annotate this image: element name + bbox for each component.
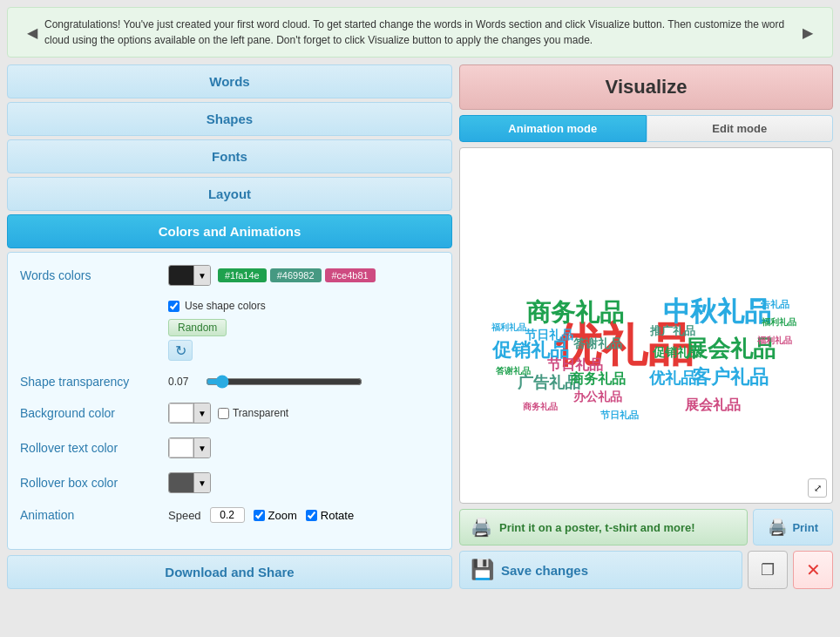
wc-word-9: 节日礼品 <box>525 328 573 342</box>
download-share-button[interactable]: Download and Share <box>7 555 452 589</box>
words-color-swatches: #1fa14e #469982 #ce4b81 <box>218 268 376 282</box>
print-poster-button[interactable]: 🖨️ Print it on a poster, t-shirt and mor… <box>459 509 748 546</box>
shape-transparency-value: 0.07 <box>168 376 199 388</box>
print-icon: 🖨️ <box>768 518 787 537</box>
rollover-text-arrow: ▼ <box>193 438 210 457</box>
next-notification-button[interactable]: ▶ <box>796 24 820 41</box>
copy-button[interactable]: ❐ <box>748 551 788 589</box>
animation-row: Animation Speed Zoom Rotate <box>20 507 439 523</box>
use-shape-colors-row: Use shape colors <box>168 300 439 312</box>
rollover-box-color-label: Rollover box color <box>20 476 168 490</box>
notification-bar: ◀ Congratulations! You've just created y… <box>7 7 833 58</box>
background-color-picker[interactable]: ▼ <box>168 403 211 424</box>
word-cloud-area: 优礼品 商务礼品 促销礼品 广告礼品 节日礼品 中秋礼品 展会礼品 客户礼品 展… <box>459 147 833 504</box>
main-layout: Words Shapes Fonts Layout Colors and Ani… <box>0 64 840 596</box>
words-colors-row: Words colors ▼ #1fa14e #469982 #ce4b81 <box>20 265 439 286</box>
background-color-swatch <box>169 403 193 423</box>
background-color-row: Background color ▼ Transparent <box>20 403 439 424</box>
rollover-box-arrow: ▼ <box>193 473 210 492</box>
rollover-text-color-control: ▼ <box>168 437 439 458</box>
zoom-label: Zoom <box>268 509 297 522</box>
words-colors-control: ▼ #1fa14e #469982 #ce4b81 <box>168 265 439 286</box>
prev-notification-button[interactable]: ◀ <box>20 24 44 41</box>
wc-word-1: 商务礼品 <box>526 298 624 326</box>
print-label: Print <box>792 521 818 534</box>
wc-word-18: 福利礼品 <box>756 335 792 345</box>
wc-word-22: 商务礼品 <box>523 402 558 411</box>
refresh-button[interactable]: ↻ <box>168 340 193 361</box>
animation-mode-button[interactable]: Animation mode <box>459 115 647 142</box>
words-color-arrow: ▼ <box>193 266 210 285</box>
background-color-arrow: ▼ <box>193 403 210 423</box>
wc-word-7: 客户礼品 <box>692 366 769 388</box>
background-color-label: Background color <box>20 406 168 420</box>
notification-text: Congratulations! You've just created you… <box>44 17 796 48</box>
rollover-text-color-row: Rollover text color ▼ <box>20 437 439 458</box>
zoom-checkbox[interactable] <box>254 510 265 521</box>
delete-button[interactable]: ✕ <box>793 551 833 589</box>
section-shapes-button[interactable]: Shapes <box>7 102 452 136</box>
background-color-control: ▼ Transparent <box>168 403 439 424</box>
shape-transparency-row: Shape transparency 0.07 <box>20 375 439 389</box>
wc-word-8: 展会礼品 <box>684 396 741 412</box>
wc-word-20: 答谢礼品 <box>496 366 531 376</box>
rollover-text-color-label: Rollover text color <box>20 441 168 455</box>
expand-button[interactable]: ⤢ <box>808 478 827 498</box>
mode-buttons: Animation mode Edit mode <box>459 115 833 142</box>
edit-mode-button[interactable]: Edit mode <box>647 115 834 142</box>
save-button[interactable]: 💾 Save changes <box>459 551 742 589</box>
copy-icon: ❐ <box>761 560 775 579</box>
save-icon: 💾 <box>471 559 494 581</box>
section-fonts-button[interactable]: Fonts <box>7 139 452 173</box>
shape-transparency-control: 0.07 <box>168 375 439 389</box>
wc-word-16: 广告礼品 <box>750 299 789 309</box>
words-colors-label: Words colors <box>20 268 168 282</box>
word-cloud-svg: 优礼品 商务礼品 促销礼品 广告礼品 节日礼品 中秋礼品 展会礼品 客户礼品 展… <box>460 148 832 503</box>
section-colors-animations-button[interactable]: Colors and Animations <box>7 214 452 248</box>
wc-word-11: 商务礼品 <box>570 370 626 386</box>
rotate-label: Rotate <box>321 509 354 522</box>
transparent-checkbox[interactable] <box>218 408 229 419</box>
use-shape-colors-checkbox[interactable] <box>168 301 180 312</box>
speed-label: Speed <box>168 509 201 522</box>
swatch-1: #1fa14e <box>218 268 267 282</box>
animation-label: Animation <box>20 508 168 522</box>
print-poster-icon: 🖨️ <box>471 517 492 538</box>
rotate-checkbox[interactable] <box>306 510 317 521</box>
wc-word-10: 答谢礼品 <box>573 336 622 350</box>
swatch-3: #ce4b81 <box>325 268 376 282</box>
delete-icon: ✕ <box>806 559 821 580</box>
words-color-swatch <box>169 266 193 285</box>
wc-word-13: 优礼品 <box>648 369 696 387</box>
section-words-button[interactable]: Words <box>7 64 452 98</box>
right-panel: Visualize Animation mode Edit mode 优礼品 商… <box>459 64 833 589</box>
transparent-check-area: Transparent <box>218 407 288 419</box>
wc-word-21: 节日礼品 <box>600 410 639 420</box>
use-shape-colors-label: Use shape colors <box>185 300 266 312</box>
speed-input[interactable] <box>210 507 245 523</box>
wc-word-14: 促销礼品 <box>652 345 701 359</box>
save-label: Save changes <box>501 563 588 578</box>
wc-word-12: 办公礼品 <box>572 390 622 403</box>
print-poster-label: Print it on a poster, t-shirt and more! <box>499 521 695 534</box>
shape-transparency-label: Shape transparency <box>20 375 168 389</box>
save-bar: 💾 Save changes ❐ ✕ <box>459 551 833 589</box>
wc-word-17: 福利礼品 <box>761 318 796 328</box>
colors-animations-panel: Words colors ▼ #1fa14e #469982 #ce4b81 <box>7 252 452 550</box>
visualize-title: Visualize <box>606 76 688 98</box>
shape-transparency-slider[interactable] <box>206 375 362 389</box>
words-color-picker[interactable]: ▼ <box>168 265 211 286</box>
print-bar: 🖨️ Print it on a poster, t-shirt and mor… <box>459 509 833 546</box>
rollover-text-color-picker[interactable]: ▼ <box>168 437 211 458</box>
random-button[interactable]: Random <box>168 319 227 336</box>
transparent-label: Transparent <box>233 407 288 419</box>
swatch-2: #469982 <box>270 268 322 282</box>
rollover-box-color-control: ▼ <box>168 472 439 493</box>
left-panel: Words Shapes Fonts Layout Colors and Ani… <box>7 64 452 589</box>
rollover-box-color-picker[interactable]: ▼ <box>168 472 211 493</box>
zoom-check-label[interactable]: Zoom <box>254 509 297 522</box>
wc-word-19: 福利礼品 <box>491 322 526 332</box>
section-layout-button[interactable]: Layout <box>7 177 452 211</box>
print-button[interactable]: 🖨️ Print <box>753 509 833 546</box>
rotate-check-label[interactable]: Rotate <box>306 509 354 522</box>
